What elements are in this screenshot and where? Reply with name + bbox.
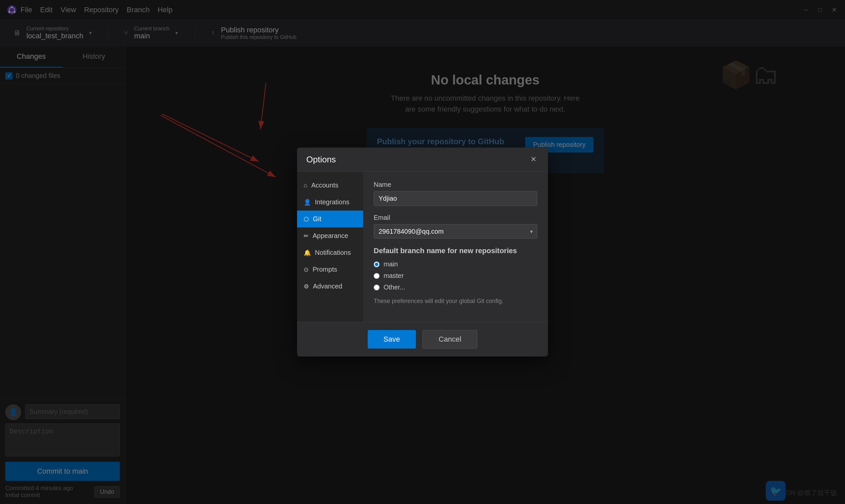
email-form-group: Email 2961784090@qq.com <box>374 214 537 239</box>
nav-label-git: Git <box>313 215 322 223</box>
nav-label-notifications: Notifications <box>315 249 351 256</box>
radio-master-label: master <box>383 272 404 280</box>
nav-item-advanced[interactable]: ⚙ Advanced <box>297 278 363 295</box>
nav-label-integrations: Integrations <box>315 198 349 206</box>
radio-item-other[interactable]: Other... <box>374 284 537 291</box>
modal-overlay: Options ✕ ⌂ Accounts 👤 Integrations ⬡ Gi… <box>0 0 845 504</box>
nav-item-appearance[interactable]: ✏ Appearance <box>297 228 363 244</box>
git-config-note: These preferences will edit your global … <box>374 298 537 305</box>
nav-item-prompts[interactable]: ⊙ Prompts <box>297 261 363 278</box>
nav-label-advanced: Advanced <box>313 283 342 290</box>
name-input[interactable] <box>374 191 537 206</box>
nav-label-appearance: Appearance <box>312 232 348 240</box>
nav-item-notifications[interactable]: 🔔 Notifications <box>297 244 363 261</box>
modal-footer: Save Cancel <box>297 322 548 357</box>
appearance-icon: ✏ <box>304 232 309 240</box>
radio-main[interactable] <box>374 262 380 267</box>
modal-close-button[interactable]: ✕ <box>528 154 539 165</box>
name-label: Name <box>374 181 537 188</box>
advanced-icon: ⚙ <box>304 283 309 290</box>
options-modal: Options ✕ ⌂ Accounts 👤 Integrations ⬡ Gi… <box>297 147 548 357</box>
nav-item-accounts[interactable]: ⌂ Accounts <box>297 177 363 194</box>
radio-item-master[interactable]: master <box>374 272 537 280</box>
notifications-icon: 🔔 <box>304 249 311 256</box>
email-label: Email <box>374 214 537 221</box>
nav-item-integrations[interactable]: 👤 Integrations <box>297 194 363 211</box>
integrations-icon: 👤 <box>304 199 311 206</box>
prompts-icon: ⊙ <box>304 266 309 273</box>
radio-other-label: Other... <box>383 284 405 291</box>
email-select[interactable]: 2961784090@qq.com <box>374 224 537 239</box>
modal-title: Options <box>306 155 336 165</box>
modal-titlebar: Options ✕ <box>297 147 548 172</box>
cancel-button[interactable]: Cancel <box>422 330 477 348</box>
save-button[interactable]: Save <box>368 330 416 348</box>
git-icon: ⬡ <box>304 216 309 223</box>
modal-nav: ⌂ Accounts 👤 Integrations ⬡ Git ✏ Appear… <box>297 172 363 322</box>
branch-section-title: Default branch name for new repositories <box>374 247 537 255</box>
radio-item-main[interactable]: main <box>374 260 537 268</box>
email-select-wrapper: 2961784090@qq.com <box>374 224 537 239</box>
nav-label-prompts: Prompts <box>312 266 337 273</box>
branch-radio-group: main master Other... <box>374 260 537 291</box>
modal-body: ⌂ Accounts 👤 Integrations ⬡ Git ✏ Appear… <box>297 172 548 322</box>
radio-other[interactable] <box>374 285 380 290</box>
modal-git-content: Name Email 2961784090@qq.com Default bra… <box>363 172 548 322</box>
nav-item-git[interactable]: ⬡ Git <box>297 211 363 228</box>
accounts-icon: ⌂ <box>304 182 307 189</box>
name-form-group: Name <box>374 181 537 206</box>
radio-master[interactable] <box>374 273 380 279</box>
branch-form-group: Default branch name for new repositories… <box>374 247 537 305</box>
nav-label-accounts: Accounts <box>311 182 338 189</box>
radio-main-label: main <box>383 260 398 268</box>
